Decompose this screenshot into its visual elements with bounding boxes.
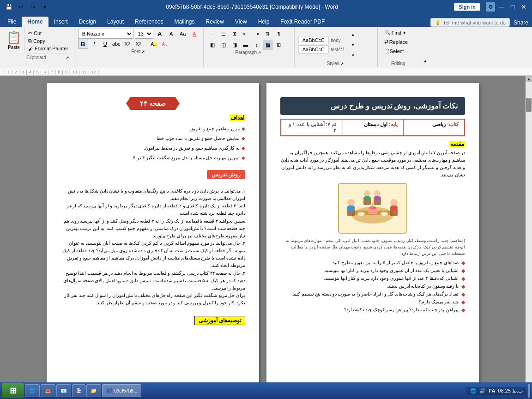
show-desktop-button[interactable] — [528, 384, 530, 398]
vertical-scrollbar[interactable]: ▲ ▼ — [526, 76, 532, 399]
bold-button[interactable]: B — [78, 39, 88, 49]
redo-icon[interactable]: ↪ — [28, 2, 38, 12]
align-right-button[interactable]: ◨ — [230, 40, 240, 50]
taskbar-word-label: 09ef57b8... — [114, 388, 137, 393]
justify-button[interactable]: ▬ — [241, 40, 251, 50]
tab-insert[interactable]: Insert — [48, 17, 73, 27]
styles-up-button[interactable]: ▲ — [348, 30, 358, 40]
multilevel-list-button[interactable]: ⊞ — [230, 29, 240, 39]
superscript-button[interactable]: X2 — [133, 39, 144, 49]
sign-in-button[interactable]: Sign in — [454, 3, 480, 11]
style-body-button[interactable]: AaBbCcC — [298, 36, 329, 44]
taskbar-winrar[interactable]: 🗜 — [72, 384, 85, 397]
select-button[interactable]: ⬚ Select - — [381, 47, 411, 55]
align-center-button[interactable]: ◫ — [218, 40, 229, 50]
align-left-button[interactable]: ◧ — [207, 40, 218, 50]
customize-qa-icon[interactable]: ▼ — [40, 2, 50, 12]
save-icon[interactable]: 💾 — [4, 2, 14, 12]
taskbar-email[interactable]: 📧 — [56, 384, 71, 397]
strikethrough-button[interactable]: abc — [111, 39, 121, 49]
styles-more-button[interactable]: ≡ — [348, 50, 358, 60]
right-bullet-text-2: اشیایی با تعیین یک عدد از آن عموری وجود … — [323, 268, 459, 273]
right-bullet-text-5: تعداد برگ‌های هر کیک و شاخه‌های گل و افر… — [291, 291, 459, 296]
teaching-content: ۱. می‌توانید با برش دادن دو دایره کاغذی … — [60, 187, 245, 307]
bullet-1: ◆ مرور مفاهیم جمع و تفریق. — [60, 125, 245, 133]
paragraph-tools: ≡ ☰ ⊞ ⇤ ⇥ ⇅ ¶ ◧ ◫ ◨ ▬ ↕ ▩ ⊞ — [207, 29, 290, 50]
change-case-button[interactable]: Aa — [178, 29, 188, 39]
font-grow-button[interactable]: A — [155, 29, 165, 39]
line-spacing-button[interactable]: ↕ — [252, 40, 262, 50]
editing-group-footer: Editing — [381, 61, 415, 66]
shading-button[interactable]: ▩ — [263, 40, 273, 50]
recommendations-title: توصیه‌های آموزشی — [194, 316, 245, 325]
show-formatting-button[interactable]: ¶ — [274, 29, 284, 39]
italic-button[interactable]: I — [89, 39, 99, 49]
maximize-button[interactable]: □ — [508, 2, 517, 12]
lang-indicator[interactable]: FA — [489, 388, 495, 393]
tab-file[interactable]: File — [2, 17, 22, 27]
close-button[interactable]: ✕ — [519, 2, 528, 12]
text-highlight-button[interactable]: A▁ — [149, 39, 159, 49]
taskbar-word[interactable]: W 09ef57b8... — [102, 384, 141, 397]
borders-button[interactable]: ⊞ — [274, 40, 284, 50]
tell-me-text[interactable]: Tell me what you want to do — [443, 20, 506, 25]
tab-home[interactable]: Home — [22, 17, 48, 27]
copy-icon: ⧉ — [28, 38, 32, 44]
scroll-thumb[interactable] — [526, 98, 532, 112]
tab-help[interactable]: Help — [253, 17, 275, 27]
decrease-indent-button[interactable]: ⇤ — [241, 29, 251, 39]
find-button[interactable]: 🔍 Find ▼ — [381, 29, 411, 36]
start-button[interactable]: ⊞ — [2, 383, 24, 398]
folder-icon: 📁 — [91, 388, 97, 394]
font-name-select[interactable]: B Nazanin — [78, 29, 133, 39]
svg-rect-7 — [348, 206, 354, 211]
minimize-button[interactable]: ─ — [497, 2, 506, 12]
format-painter-label: Format Painter — [35, 46, 68, 51]
tab-references[interactable]: References — [129, 17, 169, 27]
ribbon-collapse-button[interactable]: ▲ — [420, 56, 430, 66]
svg-point-6 — [347, 199, 355, 206]
taskbar-firefox[interactable]: 🦊 — [41, 384, 55, 397]
font-size-select[interactable]: 13 — [135, 29, 153, 39]
taskbar-ie[interactable]: 🌐 — [25, 384, 40, 397]
tab-layout[interactable]: Layout — [102, 17, 129, 27]
svg-point-17 — [372, 203, 374, 205]
right-bullet-text-1: صداهای جمع و تفریق با حاصل کمتر از ۵ را … — [331, 260, 459, 265]
font-dialog-launcher[interactable]: ↗ — [141, 49, 146, 54]
style-test4-button[interactable]: AaBbCcC — [298, 45, 329, 54]
share-button[interactable]: Share — [514, 19, 528, 26]
numbering-button[interactable]: ☰ — [218, 29, 229, 39]
clear-format-button[interactable]: A — [189, 29, 200, 39]
taskbar-explorer[interactable]: 📁 — [86, 384, 101, 397]
tab-review[interactable]: Review — [200, 17, 229, 27]
clipboard-dialog-launcher[interactable]: ↗ — [66, 55, 70, 60]
sort-button[interactable]: ⇅ — [263, 29, 273, 39]
find-dropdown-icon[interactable]: ▼ — [402, 30, 406, 35]
underline-button[interactable]: U — [100, 39, 110, 49]
format-painter-button[interactable]: 🖌 Format Painter — [26, 45, 70, 52]
tab-foxit[interactable]: Foxit Reader PDF — [275, 17, 330, 27]
scroll-up-button[interactable]: ▲ — [526, 76, 532, 82]
tab-design[interactable]: Design — [73, 17, 102, 27]
copy-button[interactable]: ⧉ Copy — [26, 37, 70, 44]
undo-icon[interactable]: ↩ — [16, 2, 26, 12]
styles-down-button[interactable]: ▼ — [348, 40, 358, 50]
tab-mailings[interactable]: Mailings — [169, 17, 200, 27]
styles-dialog-launcher[interactable]: ↗ — [340, 61, 345, 66]
replace-button[interactable]: ⇄ Replace — [381, 38, 411, 46]
intro-text: در صفحه آنزین ۷ دانش آموزی از چشم‌پوشی د… — [280, 149, 465, 179]
increase-indent-button[interactable]: ⇥ — [252, 29, 262, 39]
paragraph-group: ≡ ☰ ⊞ ⇤ ⇥ ⇅ ¶ ◧ ◫ ◨ ▬ ↕ ▩ ⊞ Paragraph ↗ — [204, 28, 295, 67]
subscript-button[interactable]: X2 — [122, 39, 133, 49]
bullets-button[interactable]: ≡ — [207, 29, 218, 39]
paragraph-dialog-launcher[interactable]: ↗ — [258, 50, 262, 55]
settings-icon[interactable]: ⚙ — [486, 2, 495, 12]
tab-view[interactable]: View — [230, 17, 253, 27]
font-color-button[interactable]: A▁ — [160, 39, 170, 49]
paste-button[interactable]: 📋 Paste — [4, 29, 24, 52]
document-scroll-area[interactable]: صفحه ۴۴ اهداف ◆ مرور مفاهیم جمع و تفریق.… — [0, 76, 526, 399]
cut-icon: ✂ — [28, 30, 32, 36]
cut-button[interactable]: ✂ Cut — [26, 30, 70, 36]
title-bar: 💾 ↩ ↪ ▼ 09ef57b8-50bf-4dc5-8ec0-79e10354… — [0, 0, 532, 14]
font-shrink-button[interactable]: A — [166, 29, 176, 39]
